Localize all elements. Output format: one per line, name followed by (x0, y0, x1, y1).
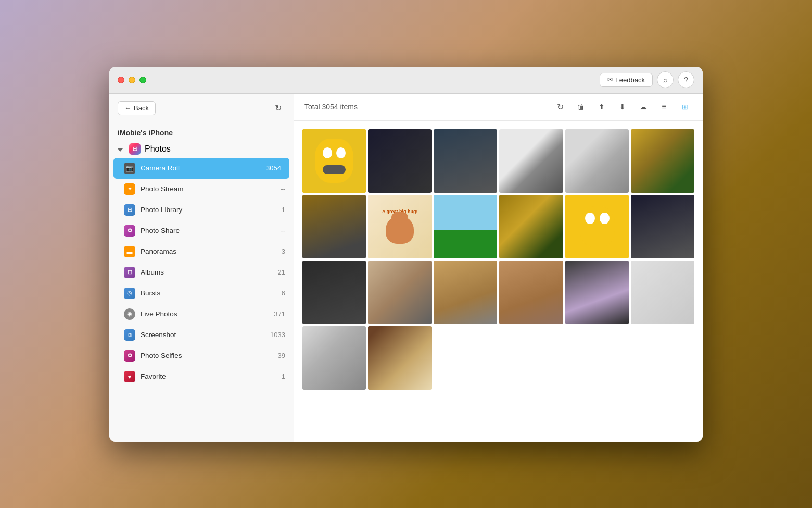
back-button[interactable]: ← Back (118, 101, 156, 115)
grid-view-icon: ⊞ (682, 103, 688, 111)
albums-icon: ⊟ (124, 267, 135, 278)
photo-thumb[interactable] (434, 129, 497, 193)
photo-thumb[interactable] (631, 129, 694, 193)
sidebar-item-screenshot[interactable]: ⧉ Screenshot 1033 (109, 325, 294, 345)
export-to-pc-icon: ⬆ (599, 103, 605, 111)
photo-library-icon: ⊞ (124, 204, 135, 216)
delete-button[interactable]: 🗑 (574, 100, 588, 114)
sidebar-item-albums[interactable]: ⊟ Albums 21 (109, 262, 294, 283)
photo-thumb[interactable] (368, 261, 432, 324)
photo-thumb[interactable]: A great big hug! (368, 195, 432, 258)
close-button[interactable] (118, 77, 124, 83)
albums-count: 21 (278, 268, 285, 276)
favorite-label: Favorite (141, 373, 276, 380)
delete-icon: 🗑 (577, 103, 585, 111)
sidebar: ← Back ↻ iMobie's iPhone ⊞ Photos 📷 Came… (109, 94, 294, 442)
panoramas-label: Panoramas (141, 247, 276, 255)
sidebar-item-photo-stream[interactable]: ✦ Photo Stream -- (109, 179, 294, 200)
photo-share-count: -- (281, 227, 285, 234)
photo-stream-icon: ✦ (124, 183, 135, 195)
upload-cloud-button[interactable]: ☁ (636, 100, 651, 114)
section-triangle-icon (118, 144, 125, 154)
favorite-count: 1 (282, 373, 285, 380)
photo-thumb[interactable] (631, 261, 694, 324)
back-label: Back (134, 104, 149, 112)
photo-thumb[interactable] (368, 326, 432, 390)
albums-label: Albums (141, 268, 273, 276)
screenshot-label: Screenshot (141, 331, 265, 339)
camera-roll-icon: 📷 (124, 163, 135, 174)
refresh-content-button[interactable]: ↻ (553, 100, 567, 114)
photo-thumb[interactable] (499, 129, 563, 193)
sidebar-item-camera-roll[interactable]: 📷 Camera Roll 3054 (113, 158, 289, 179)
mail-icon: ✉ (607, 76, 613, 83)
photo-share-label: Photo Share (141, 227, 275, 234)
minimize-button[interactable] (129, 77, 135, 83)
photo-thumb[interactable] (302, 129, 366, 193)
photo-thumb[interactable] (565, 195, 629, 258)
live-photos-label: Live Photos (141, 310, 269, 318)
device-name: iMobie's iPhone (109, 123, 294, 140)
photo-thumb[interactable] (499, 261, 563, 324)
help-button[interactable]: ? (678, 71, 694, 88)
list-view-button[interactable]: ≡ (657, 100, 671, 114)
export-to-pc-button[interactable]: ⬆ (594, 100, 609, 114)
sidebar-item-photo-library[interactable]: ⊞ Photo Library 1 (109, 200, 294, 220)
main-content: ← Back ↻ iMobie's iPhone ⊞ Photos 📷 Came… (109, 94, 703, 442)
photo-thumb[interactable] (302, 326, 366, 390)
photo-selfies-icon: ✿ (124, 350, 135, 362)
list-view-icon: ≡ (662, 102, 666, 111)
sidebar-item-bursts[interactable]: ◎ Bursts 6 (109, 283, 294, 304)
photo-thumb[interactable] (434, 195, 497, 258)
photo-selfies-label: Photo Selfies (141, 352, 273, 360)
search-button[interactable]: ⌕ (657, 71, 674, 88)
toolbar-actions: ↻ 🗑 ⬆ ⬇ ☁ ≡ (553, 100, 692, 114)
back-arrow-icon: ← (124, 104, 131, 112)
refresh-icon: ↻ (275, 103, 282, 113)
feedback-label: Feedback (615, 76, 645, 84)
photo-grid: A great big hug! (294, 121, 703, 442)
photo-thumb[interactable] (499, 195, 563, 258)
import-from-pc-button[interactable]: ⬇ (615, 100, 630, 114)
screenshot-count: 1033 (270, 331, 285, 339)
sidebar-item-photo-share[interactable]: ✿ Photo Share -- (109, 220, 294, 241)
grid-view-button[interactable]: ⊞ (678, 100, 692, 114)
photo-thumb[interactable] (565, 129, 629, 193)
sidebar-item-favorite[interactable]: ♥ Favorite 1 (109, 366, 294, 387)
maximize-button[interactable] (139, 77, 146, 83)
photo-thumb[interactable] (302, 261, 366, 324)
photo-selfies-count: 39 (278, 352, 285, 360)
search-icon: ⌕ (663, 76, 667, 84)
photo-thumb[interactable] (368, 129, 432, 193)
traffic-lights (118, 77, 146, 83)
favorite-icon: ♥ (124, 371, 135, 382)
sidebar-item-live-photos[interactable]: ◉ Live Photos 371 (109, 304, 294, 325)
camera-roll-label: Camera Roll (141, 164, 261, 172)
sidebar-item-panoramas[interactable]: ▬ Panoramas 3 (109, 241, 294, 262)
photo-thumb[interactable] (434, 261, 497, 324)
photo-thumb[interactable] (302, 195, 366, 258)
screenshot-icon: ⧉ (124, 329, 135, 341)
upload-cloud-icon: ☁ (640, 103, 647, 111)
bursts-label: Bursts (141, 289, 276, 297)
help-icon: ? (684, 76, 688, 84)
bursts-icon: ◎ (124, 288, 135, 299)
bursts-count: 6 (282, 289, 285, 297)
photo-stream-label: Photo Stream (141, 185, 275, 193)
photo-library-label: Photo Library (141, 206, 276, 214)
content-toolbar: Total 3054 items ↻ 🗑 ⬆ ⬇ ☁ (294, 94, 703, 121)
camera-roll-count: 3054 (266, 164, 281, 172)
live-photos-count: 371 (274, 310, 285, 318)
refresh-content-icon: ↻ (557, 102, 564, 112)
items-count: Total 3054 items (304, 103, 358, 111)
titlebar-right: ✉ Feedback ⌕ ? (600, 71, 694, 88)
titlebar: ✉ Feedback ⌕ ? (109, 67, 703, 94)
photo-share-icon: ✿ (124, 225, 135, 237)
refresh-button[interactable]: ↻ (271, 101, 285, 116)
photo-thumb[interactable] (631, 195, 694, 258)
sidebar-item-photo-selfies[interactable]: ✿ Photo Selfies 39 (109, 345, 294, 366)
feedback-button[interactable]: ✉ Feedback (600, 73, 653, 87)
content-area: Total 3054 items ↻ 🗑 ⬆ ⬇ ☁ (294, 94, 703, 442)
import-from-pc-icon: ⬇ (619, 103, 626, 111)
photo-thumb[interactable] (565, 261, 629, 324)
